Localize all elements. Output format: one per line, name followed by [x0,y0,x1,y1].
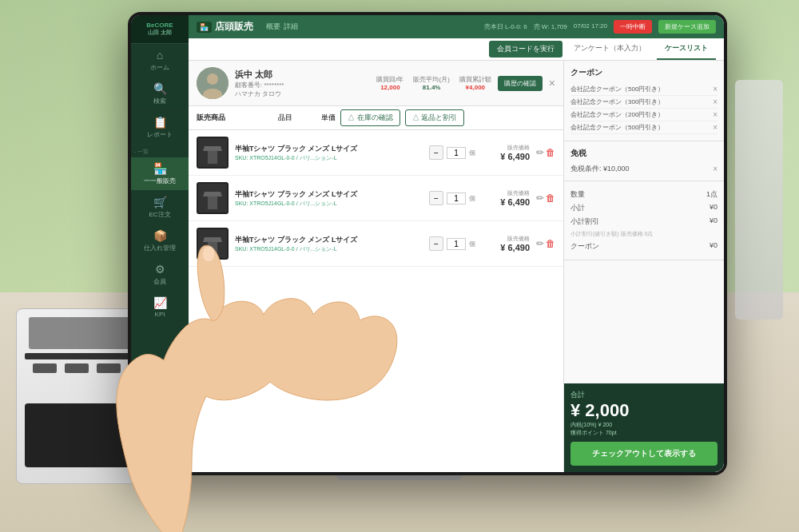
stat-total: 購買累計額 ¥4,000 [459,75,491,91]
qty-decrease-1[interactable]: − [429,145,443,160]
summary-coupon-row: クーポン ¥0 [570,240,718,253]
sidebar-nav: ⌂ ホーム 🔍 検索 📋 レポート - 一覧 🏪 一一般販売 🛒 [131,44,189,472]
coupon-close-1[interactable]: × [713,85,718,93]
item-sku-3: SKU: XTRO5J14GL-0-0 / バリ...ション-L [235,245,423,253]
stat-purchase-count: 購買回/年 12,000 [376,75,403,91]
qty-input-3[interactable] [447,238,466,250]
edit-item-3[interactable]: ✏ [536,238,544,249]
item-image-3 [197,228,229,260]
sidebar-item-purchase[interactable]: 📦 仕入れ管理 [131,224,189,258]
summary-section: 数量 1点 小計 ¥0 小計割引 ¥0 小計割引(値引き額) 販売価格 0点 [564,181,724,260]
register-icon: 🏪 [134,162,185,175]
item-qty-controls-3: − 個 [429,236,475,251]
screen: BeCORE 山田 太郎 ⌂ ホーム 🔍 検索 📋 レポート - 一覧 [131,15,724,472]
summary-subtotal-row: 小計 ¥0 [570,201,718,215]
svg-rect-4 [208,151,217,164]
svg-rect-6 [208,197,217,209]
list-item: 会社記念クーポン（500円引き） × [570,83,718,96]
discount-close[interactable]: × [713,165,718,173]
item-price-1: 販売価格 ¥ 6,490 [482,144,530,161]
history-button[interactable]: 購歴の確認 [498,76,543,91]
col-unit-label: 単価 [321,113,336,123]
item-image-2 [197,182,229,214]
sidebar-section-label: - 一覧 [131,145,189,157]
list-item: 会社記念クーポン（200円引き） × [570,109,718,121]
customer-name: 浜中 太郎 [235,69,370,81]
checkout-button[interactable]: チェックアウトして表示する [570,442,718,466]
right-side-device [735,80,783,320]
sidebar-item-kpi[interactable]: 📈 KPI [131,292,189,324]
qty-decrease-2[interactable]: − [429,191,443,205]
sidebar-logo: BeCORE 山田 太郎 [131,15,189,44]
item-qty-controls-1: − 個 [429,145,475,160]
delete-item-1[interactable]: 🗑 [546,147,555,158]
qty-input-1[interactable] [447,147,466,159]
table-row: 半袖Tシャツ ブラック メンズ Lサイズ SKU: XTRO5J14GL-0-0… [189,221,563,267]
coupon-section: クーポン 会社記念クーポン（500円引き） × 会社記念クーポン（300円引き）… [564,61,724,141]
sidebar-item-home[interactable]: ⌂ ホーム [131,44,189,77]
customer-id: 顧客番号: ******** [235,81,370,89]
sidebar-item-search[interactable]: 🔍 検索 [131,77,189,111]
coupon-close-4[interactable]: × [713,123,718,132]
sidebar-item-report[interactable]: 📋 レポート [131,111,189,145]
tab-case-list[interactable]: ケースリスト [657,38,716,60]
item-action-btns-1: ✏ 🗑 [536,147,555,158]
home-icon: ⌂ [134,49,185,62]
edit-item-2[interactable]: ✏ [536,193,544,204]
delete-item-3[interactable]: 🗑 [546,238,555,249]
top-header: 🏪 店頭販売 概要 詳細 売本日 L-0-0: 6 売 W: 1,709 07/… [189,15,724,38]
header-nav-tabs: 概要 詳細 [266,22,298,32]
coupon-close-2[interactable]: × [713,97,718,106]
header-tab-detail[interactable]: 詳細 [284,22,298,32]
coupon-close-3[interactable]: × [713,110,718,119]
qty-input-2[interactable] [447,193,466,204]
points-info: 獲得ポイント 70pt [570,429,718,437]
sidebar-item-settings[interactable]: ⚙ 会員 [131,258,189,292]
customer-avatar [197,67,229,99]
discount-row: 免税条件: ¥10,000 × [570,164,718,174]
store-title: 🏪 店頭販売 [197,20,253,34]
close-customer-button[interactable]: × [549,77,555,89]
sidebar-item-ec[interactable]: 🛒 EC注文 [131,191,189,224]
ec-icon: 🛒 [134,196,185,208]
edit-item-1[interactable]: ✏ [536,147,544,158]
sub-header: 会員コードを実行 アンケート（本入力） ケースリスト [189,38,724,61]
qty-decrease-3[interactable]: − [429,236,443,251]
customer-kana: ハマナカ タロウ [235,89,370,98]
svg-point-1 [207,73,218,85]
pause-button[interactable]: 一時中断 [614,20,652,34]
discount-section: 免税 免税条件: ¥10,000 × [564,141,724,181]
table-row: 半袖Tシャツ ブラック メンズ Lサイズ SKU: XTRO5J14GL-0-0… [189,176,563,221]
item-action-btns-3: ✏ 🗑 [536,238,555,249]
item-price-2: 販売価格 ¥ 6,490 [482,189,530,207]
delete-item-2[interactable]: 🗑 [546,193,555,204]
discount-title: 免税 [570,148,718,159]
summary-discount-sub: 小計割引(値引き額) 販売価格 0点 [570,228,718,240]
add-case-button[interactable]: 新規ケース追加 [658,20,716,34]
header-tab-overview[interactable]: 概要 [266,22,280,32]
monitor: BeCORE 山田 太郎 ⌂ ホーム 🔍 検索 📋 レポート - 一覧 [128,12,727,475]
total-amount: ¥ 2,000 [570,400,718,421]
return-discount-button[interactable]: △ 返品と割引 [405,109,465,126]
svg-rect-8 [208,242,217,255]
item-sku-2: SKU: XTRO5J14GL-0-0 / バリ...ション-L [235,200,423,208]
item-details-2: 半袖Tシャツ ブラック メンズ Lサイズ SKU: XTRO5J14GL-0-0… [235,189,423,208]
items-toolbar: 販売商品 品目 単価 △ 在庫の確認 △ 返品と割引 [189,106,563,130]
tab-questionnaire[interactable]: アンケート（本入力） [566,38,654,60]
item-qty-controls-2: − 個 [429,191,475,205]
scan-button[interactable]: 会員コードを実行 [489,41,562,58]
list-item: 会社記念クーポン（300円引き） × [570,96,718,109]
search-icon: 🔍 [134,82,185,95]
item-image-1 [197,137,229,169]
item-name-1: 半袖Tシャツ ブラック メンズ Lサイズ [235,144,423,154]
check-stock-button[interactable]: △ 在庫の確認 [340,109,400,126]
sidebar-item-register[interactable]: 🏪 一一般販売 [131,157,189,191]
checkout-section: 合計 ¥ 2,000 内税(10%) ¥ 200 獲得ポイント 70pt チェッ… [564,383,724,472]
table-row: 半袖Tシャツ ブラック メンズ Lサイズ SKU: XTRO5J14GL-0-0… [189,130,563,176]
stat-avg: 販売平均(月) 81.4% [413,75,449,91]
item-action-btns-2: ✏ 🗑 [536,193,555,204]
customer-stats: 購買回/年 12,000 販売平均(月) 81.4% 購買累計額 ¥4,000 [376,75,491,91]
summary-discount-row: 小計割引 ¥0 [570,215,718,228]
list-item: 会社記念クーポン（500円引き） × [570,121,718,134]
item-name-3: 半袖Tシャツ ブラック メンズ Lサイズ [235,235,423,245]
